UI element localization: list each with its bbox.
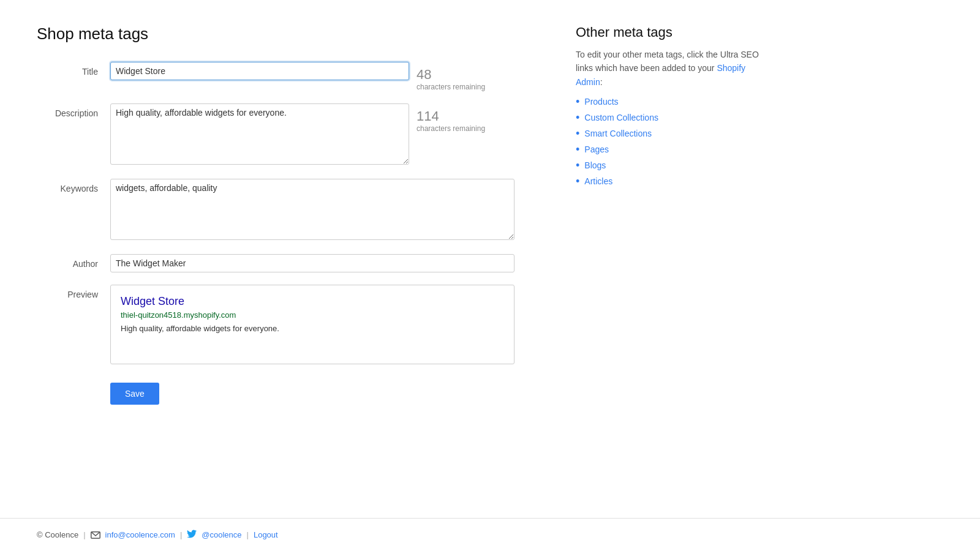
- footer-logout-link[interactable]: Logout: [254, 530, 278, 539]
- preview-url: thiel-quitzon4518.myshopify.com: [121, 310, 504, 320]
- bullet-icon: •: [576, 176, 579, 187]
- title-char-count: 48 characters remaining: [417, 62, 514, 91]
- preview-box: Widget Store thiel-quitzon4518.myshopify…: [110, 285, 514, 364]
- list-item: •Blogs: [576, 160, 772, 171]
- footer-sep-2: |: [180, 530, 182, 539]
- description-char-count: 114 characters remaining: [417, 103, 514, 133]
- footer-sep-1: |: [83, 530, 85, 539]
- bullet-icon: •: [576, 128, 579, 139]
- nav-link[interactable]: Custom Collections: [584, 113, 658, 122]
- list-item: •Articles: [576, 176, 772, 187]
- author-row: Author: [37, 254, 514, 272]
- footer: © Coolence | info@coolence.com | @coolen…: [0, 518, 980, 551]
- preview-title[interactable]: Widget Store: [121, 295, 504, 308]
- bullet-icon: •: [576, 112, 579, 123]
- title-label: Title: [37, 62, 110, 77]
- author-field-wrapper: [110, 254, 514, 272]
- nav-link[interactable]: Smart Collections: [584, 129, 652, 138]
- preview-field-wrapper: Widget Store thiel-quitzon4518.myshopify…: [110, 285, 514, 364]
- description-row: Description 114 characters remaining: [37, 103, 514, 167]
- description-input-area: [110, 103, 409, 167]
- footer-sep-3: |: [247, 530, 249, 539]
- title-input-area: [110, 62, 409, 80]
- other-meta-links-list: •Products•Custom Collections•Smart Colle…: [576, 96, 772, 187]
- footer-twitter-link[interactable]: @coolence: [202, 530, 241, 539]
- keywords-input-area: [110, 179, 514, 242]
- list-item: •Pages: [576, 144, 772, 155]
- twitter-icon: [187, 530, 197, 540]
- bullet-icon: •: [576, 96, 579, 107]
- keywords-input[interactable]: [110, 179, 514, 240]
- bullet-icon: •: [576, 160, 579, 171]
- description-field-wrapper: 114 characters remaining: [110, 103, 514, 167]
- title-chars-number: 48: [417, 67, 431, 83]
- preview-area: Widget Store thiel-quitzon4518.myshopify…: [110, 285, 514, 364]
- description-chars-label: characters remaining: [417, 124, 485, 133]
- right-section: Other meta tags To edit your other meta …: [551, 24, 772, 493]
- list-item: •Smart Collections: [576, 128, 772, 139]
- author-input-area: [110, 254, 514, 272]
- preview-label: Preview: [37, 285, 110, 299]
- nav-link[interactable]: Products: [584, 97, 618, 107]
- desc-text-end: :: [600, 77, 603, 87]
- other-meta-description: To edit your other meta tags, click the …: [576, 48, 772, 89]
- title-field-wrapper: 48 characters remaining: [110, 62, 514, 91]
- author-label: Author: [37, 254, 110, 269]
- left-section: Shop meta tags Title 48 characters remai…: [37, 24, 514, 493]
- preview-row: Preview Widget Store thiel-quitzon4518.m…: [37, 285, 514, 364]
- keywords-label: Keywords: [37, 179, 110, 193]
- title-row: Title 48 characters remaining: [37, 62, 514, 91]
- keywords-row: Keywords: [37, 179, 514, 242]
- list-item: •Products: [576, 96, 772, 107]
- title-input[interactable]: [110, 62, 409, 80]
- nav-link[interactable]: Blogs: [584, 160, 606, 170]
- nav-link[interactable]: Articles: [584, 176, 612, 186]
- title-chars-label: characters remaining: [417, 83, 485, 91]
- author-input[interactable]: [110, 254, 514, 272]
- list-item: •Custom Collections: [576, 112, 772, 123]
- footer-copyright: © Coolence: [37, 530, 78, 539]
- preview-description: High quality, affordable widgets for eve…: [121, 324, 279, 333]
- description-chars-number: 114: [417, 108, 439, 124]
- other-meta-title: Other meta tags: [576, 24, 772, 40]
- description-label: Description: [37, 103, 110, 118]
- nav-link[interactable]: Pages: [584, 144, 609, 154]
- bullet-icon: •: [576, 144, 579, 155]
- page-title: Shop meta tags: [37, 24, 514, 43]
- save-button[interactable]: Save: [110, 383, 159, 405]
- description-input[interactable]: [110, 103, 409, 165]
- email-icon: [91, 531, 100, 539]
- keywords-field-wrapper: [110, 179, 514, 242]
- footer-email-link[interactable]: info@coolence.com: [105, 530, 175, 539]
